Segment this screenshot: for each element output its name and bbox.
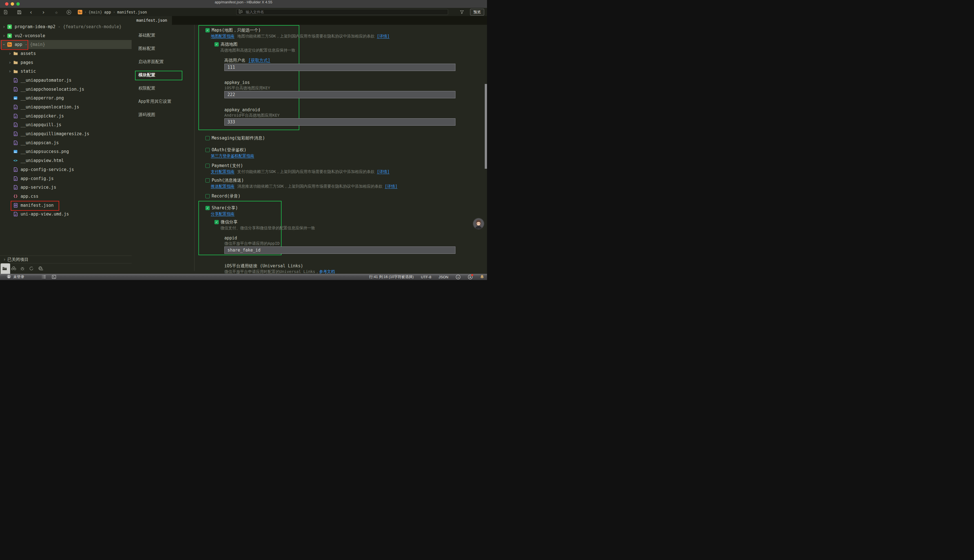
- config-field-appkey_android: appkey_androidAndroid平台高德地图应用KEY: [224, 107, 487, 126]
- tree-item-assets[interactable]: ›assets: [0, 49, 132, 58]
- link-guide-4[interactable]: 推送配置指南: [211, 184, 235, 188]
- login-status[interactable]: 未登录: [7, 274, 24, 280]
- task-list-icon[interactable]: [42, 275, 46, 280]
- js-file-icon: [13, 185, 18, 190]
- checkbox-module-5[interactable]: [205, 194, 210, 198]
- link-guide-6[interactable]: 分享配置指南: [211, 212, 235, 216]
- checkbox-child[interactable]: ✓: [215, 42, 219, 47]
- encoding-label[interactable]: UTF-8: [421, 275, 431, 279]
- module-label: OAuth(登录鉴权): [212, 147, 246, 153]
- module-section-1: Messaging(短彩邮件消息): [194, 135, 487, 141]
- field-label: appkey_android: [224, 107, 487, 113]
- file-search-box[interactable]: [236, 9, 448, 15]
- input-appid[interactable]: [224, 247, 455, 254]
- nav-item-权限配置[interactable]: 权限配置: [132, 82, 194, 95]
- tree-item-pages[interactable]: ›pages: [0, 58, 132, 67]
- tab-manifest-json[interactable]: manifest.json: [132, 16, 172, 25]
- tree-item-label: __uniappscan.js: [20, 140, 58, 145]
- js-file-icon: [13, 114, 18, 118]
- link-guide-2[interactable]: 第三方登录鉴权配置指南: [211, 153, 254, 158]
- link-howto[interactable]: [获取方式]: [248, 58, 270, 63]
- input-高德用户名[interactable]: [224, 64, 455, 71]
- tree-item-app-configjs[interactable]: app-config.js: [0, 174, 132, 183]
- breadcrumb-branch[interactable]: {main}: [88, 10, 102, 14]
- tree-item-app[interactable]: ›5+app- {main}: [0, 40, 132, 49]
- chevron-right-icon[interactable]: ›: [8, 69, 12, 74]
- nav-item-源码视图[interactable]: 源码视图: [132, 108, 194, 122]
- chevron-right-icon[interactable]: ›: [8, 60, 12, 65]
- tree-item-vu2-vconsole[interactable]: ›uvu2-vconsole: [0, 31, 132, 40]
- tree-item-__uniapperrorpng[interactable]: __uniapperror.png: [0, 94, 132, 103]
- cursor-position-label[interactable]: 行:41 列:16 (10字符被选择): [369, 274, 414, 280]
- checkbox-module-1[interactable]: [205, 136, 210, 140]
- filter-funnel-icon[interactable]: [460, 10, 464, 15]
- tree-item-app-servicejs[interactable]: app-service.js: [0, 183, 132, 192]
- chevron-down-icon[interactable]: ›: [2, 43, 7, 46]
- file-search-input[interactable]: [245, 10, 430, 14]
- checkbox-module-6[interactable]: ✓: [205, 206, 210, 210]
- tree-item-__uniapppickerjs[interactable]: __uniapppicker.js: [0, 112, 132, 120]
- search-binoculars-icon[interactable]: [11, 266, 16, 272]
- debug-bug-icon[interactable]: [20, 266, 25, 272]
- tree-item-appcss[interactable]: {}app.css: [0, 192, 132, 201]
- input-appkey_ios[interactable]: [224, 91, 455, 98]
- language-mode-label[interactable]: JSON: [439, 275, 449, 279]
- link-guide-3[interactable]: 支付配置指南: [211, 169, 235, 174]
- checkbox-child[interactable]: ✓: [215, 220, 219, 224]
- config-field-appkey_ios: appkey_iosiOS平台高德地图应用KEY: [224, 80, 487, 98]
- chevron-right-icon[interactable]: ›: [2, 24, 6, 29]
- preview-button[interactable]: 预览: [470, 9, 484, 15]
- tree-item-__uniappquilljs[interactable]: __uniappquill.js: [0, 120, 132, 130]
- checkbox-module-3[interactable]: [205, 164, 210, 168]
- checkbox-module-0[interactable]: ✓: [205, 28, 210, 32]
- tree-item-app-config-servicejs[interactable]: app-config-service.js: [0, 165, 132, 174]
- tree-item-label: __uniappquillimageresize.js: [20, 131, 89, 136]
- tree-item-uni-app-viewumdjs[interactable]: uni-app-view.umd.js: [0, 210, 132, 218]
- link-doc-ref[interactable]: 参考文档: [319, 269, 335, 274]
- tree-item-__uniappquillimageresizejs[interactable]: __uniappquillimageresize.js: [0, 129, 132, 138]
- tree-item-program-idea-mp2[interactable]: ›uprogram-idea-mp2- {feature/search-modu…: [0, 22, 132, 31]
- breadcrumb-project[interactable]: app: [104, 10, 111, 14]
- tree-item-__uniappopenlocationjs[interactable]: __uniappopenlocation.js: [0, 103, 132, 112]
- save-icon[interactable]: [16, 9, 23, 15]
- checkbox-module-4[interactable]: [205, 178, 210, 183]
- checkbox-module-2[interactable]: [205, 148, 210, 152]
- navigate-forward-icon[interactable]: ›: [40, 9, 47, 15]
- link-detail-3[interactable]: [详情]: [377, 169, 390, 174]
- nav-item-App常用其它设置[interactable]: App常用其它设置: [132, 95, 194, 108]
- bookmark-star-icon[interactable]: ☆: [53, 9, 60, 15]
- notification-bell-icon[interactable]: [480, 275, 484, 279]
- tree-item-__uniappautomatorjs[interactable]: __uniappautomator.js: [0, 76, 132, 85]
- module-subrow: 支付配置指南支付功能依赖三方SDK，上架到国内应用市场需要在隐私协议中添加相应的…: [194, 169, 487, 174]
- tree-item-__uniappscanjs[interactable]: __uniappscan.js: [0, 138, 132, 147]
- manifest-file-icon: [13, 203, 18, 208]
- tree-item-static[interactable]: ›static: [0, 67, 132, 76]
- input-appkey_android[interactable]: [224, 118, 455, 126]
- tree-item-__uniappsuccesspng[interactable]: __uniappsuccess.png: [0, 147, 132, 156]
- tree-item-manifestjson[interactable]: manifest.json: [0, 201, 132, 210]
- run-icon[interactable]: [65, 9, 72, 15]
- new-file-icon[interactable]: [2, 9, 9, 15]
- terminal-icon[interactable]: [52, 275, 56, 280]
- tree-item-__uniappchooselocationjs[interactable]: __uniappchooselocation.js: [0, 85, 132, 94]
- link-detail-4[interactable]: [详情]: [385, 184, 397, 188]
- user-person-icon: [7, 274, 11, 280]
- files-icon[interactable]: [2, 266, 7, 272]
- nav-item-模块配置[interactable]: 模块配置: [132, 68, 194, 82]
- update-download-icon[interactable]: [468, 275, 473, 280]
- chevron-right-icon[interactable]: ›: [8, 51, 12, 56]
- closed-projects-row[interactable]: › 已关闭项目: [0, 255, 132, 263]
- nav-item-基础配置[interactable]: 基础配置: [132, 29, 194, 42]
- sync-refresh-icon[interactable]: [29, 266, 34, 272]
- tree-item-__uniappviewhtml[interactable]: <>__uniappview.html: [0, 156, 132, 165]
- nav-item-启动界面配置[interactable]: 启动界面配置: [132, 55, 194, 68]
- uni-helper-icon[interactable]: u: [456, 275, 460, 280]
- nav-item-图标配置[interactable]: 图标配置: [132, 42, 194, 55]
- link-guide-0[interactable]: 地图配置指南: [211, 34, 235, 38]
- chevron-right-icon[interactable]: ›: [2, 33, 6, 38]
- breadcrumb-file[interactable]: manifest.json: [117, 10, 147, 14]
- navigate-back-icon[interactable]: ‹: [28, 9, 34, 15]
- link-detail-0[interactable]: [详情]: [377, 34, 390, 38]
- tree-item-label: __uniappsuccess.png: [20, 149, 69, 154]
- network-globe-icon[interactable]: [38, 266, 43, 272]
